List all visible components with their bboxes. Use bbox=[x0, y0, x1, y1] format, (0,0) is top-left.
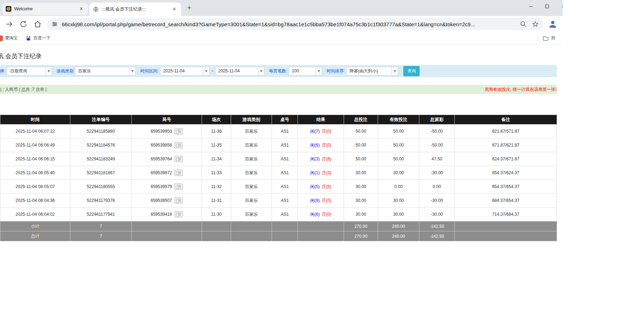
tab-close-icon[interactable]: ✕ bbox=[171, 6, 178, 12]
cell-game-type: 百家乐 bbox=[231, 180, 272, 194]
query-type-select[interactable]: 日期查询 bbox=[7, 67, 52, 76]
bet-record-row: 2025-11-04 06:07:22522941185880659539953… bbox=[0, 125, 557, 138]
round-video-cards-icon[interactable] bbox=[174, 211, 183, 218]
forward-icon[interactable] bbox=[5, 20, 13, 28]
cell-time: 2025-11-04 06:07:22 bbox=[0, 125, 70, 138]
home-icon[interactable] bbox=[33, 20, 42, 28]
game-type-select[interactable]: 百家乐 bbox=[75, 67, 136, 76]
empty-cell bbox=[231, 221, 272, 231]
cell-table-no: AS1 bbox=[272, 166, 298, 180]
col-total-bet: 总投注 bbox=[344, 115, 378, 125]
date-range-tilde: ~ bbox=[211, 68, 214, 73]
round-number: 659539419 bbox=[151, 212, 172, 217]
round-number: 659539579 bbox=[151, 184, 172, 189]
cell-table-no: AS1 bbox=[272, 208, 298, 221]
total-label: 总计 bbox=[0, 231, 70, 241]
bet-record-row: 2025-11-04 06:06:49522941184576659539858… bbox=[0, 138, 557, 152]
bookmark-favicon-icon bbox=[0, 35, 3, 41]
round-video-cards-icon[interactable] bbox=[174, 197, 183, 204]
url-bar[interactable]: 66cxkj98.com/ipl/portal.php/game/betreco… bbox=[47, 18, 543, 30]
cell-result: 闲(7)庄(0) bbox=[298, 125, 344, 138]
cell-bet-id: 522941180555 bbox=[70, 180, 132, 194]
cell-table-no: AS1 bbox=[272, 180, 298, 194]
minimize-button[interactable] bbox=[523, 1, 539, 12]
cell-remark: 654.37/624.37 bbox=[455, 166, 557, 180]
round-cell-inner: 659539507 bbox=[132, 197, 202, 204]
sort-order-select[interactable]: 降幂(由大到小) bbox=[346, 67, 398, 76]
cell-game-type: 百家乐 bbox=[231, 152, 272, 166]
cell-total-bet[interactable]: 30.00 bbox=[344, 180, 378, 194]
round-number: 659539764 bbox=[151, 156, 172, 161]
tab-bet-records[interactable]: :::视讯 会员下注纪录::: ✕ bbox=[89, 2, 181, 16]
cell-bet-id: 522941181867 bbox=[70, 166, 132, 180]
cell-result: 闲(6)庄(0) bbox=[298, 138, 344, 152]
round-video-cards-icon[interactable] bbox=[174, 170, 183, 176]
reload-icon[interactable] bbox=[19, 20, 28, 28]
col-time: 时间 bbox=[0, 115, 70, 125]
empty-cell bbox=[455, 231, 557, 241]
total-valid-bet: 240.00 bbox=[378, 231, 419, 241]
cell-total-bet[interactable]: 30.00 bbox=[344, 194, 378, 208]
cell-bet-id: 522941185880 bbox=[70, 125, 132, 138]
cell-bet-id: 522941183249 bbox=[70, 152, 132, 166]
cell-session: 11-30 bbox=[202, 208, 231, 221]
round-video-cards-icon[interactable] bbox=[174, 183, 183, 190]
close-button[interactable]: ✕ bbox=[555, 1, 563, 12]
result-banker: 庄(6) bbox=[322, 156, 332, 161]
table-body: 2025-11-04 06:07:22522941185880659539953… bbox=[0, 125, 557, 221]
profile-avatar-icon[interactable] bbox=[548, 19, 558, 29]
cell-game-type: 百家乐 bbox=[231, 166, 272, 180]
bet-record-row: 2025-11-04 06:04:36522941179376659539507… bbox=[0, 194, 557, 208]
url-text[interactable]: 66cxkj98.com/ipl/portal.php/game/betreco… bbox=[62, 21, 516, 27]
round-number: 659539953 bbox=[151, 129, 172, 134]
cell-total-bet[interactable]: 50.00 bbox=[344, 138, 378, 152]
cell-table-no: AS1 bbox=[272, 152, 298, 166]
site-settings-icon[interactable] bbox=[51, 21, 58, 28]
bookmark-baidu[interactable]: 百度一下 bbox=[26, 35, 50, 41]
cell-table-no: AS1 bbox=[272, 194, 298, 208]
tab-welcome[interactable]: Welcome ✕ bbox=[2, 3, 88, 15]
cell-session: 11-34 bbox=[202, 152, 231, 166]
search-button[interactable]: 查询 bbox=[403, 66, 420, 76]
subtotal-payout: -142.50 bbox=[419, 221, 455, 231]
bookmark-star-icon[interactable] bbox=[532, 21, 539, 28]
tab-close-icon[interactable]: ✕ bbox=[78, 6, 84, 12]
round-video-cards-icon[interactable] bbox=[174, 156, 183, 162]
date-from-select[interactable]: 2025-11-04 bbox=[160, 67, 210, 76]
date-to-select[interactable]: 2025-11-04 bbox=[215, 67, 265, 76]
page-size-select[interactable]: 100 bbox=[289, 67, 322, 76]
new-tab-button[interactable]: + bbox=[185, 4, 194, 13]
info-bar: | : 人民币 | 总共 :7 注单 | 周局有效投注, 统一计算在该局第一张注 bbox=[0, 85, 557, 94]
round-video-cards-icon[interactable] bbox=[174, 128, 183, 134]
subtotal-row: 小计 7 270.00 240.00 -142.50 bbox=[0, 221, 557, 231]
round-cell-inner: 659539419 bbox=[132, 211, 202, 218]
round-video-cards-icon[interactable] bbox=[174, 142, 183, 148]
bookmark-aitaobao[interactable]: 爱淘宝 bbox=[0, 35, 18, 41]
col-table-no: 桌号 bbox=[272, 115, 298, 125]
col-session: 场次 bbox=[202, 115, 231, 125]
maximize-button[interactable] bbox=[539, 1, 555, 12]
result-banker: 庄(0) bbox=[322, 143, 332, 148]
cell-valid-bet: 0.00 bbox=[378, 180, 419, 194]
cell-round: 659539672 bbox=[132, 166, 202, 180]
cell-total-bet[interactable]: 30.00 bbox=[344, 208, 378, 221]
zoom-icon[interactable] bbox=[520, 21, 527, 28]
all-bookmarks-label[interactable]: 所 bbox=[551, 35, 557, 41]
empty-cell bbox=[202, 231, 231, 241]
tab-title: :::视讯 会员下注纪录::: bbox=[102, 6, 168, 12]
result-banker: 庄(0) bbox=[322, 212, 332, 217]
cell-total-bet[interactable]: 30.00 bbox=[344, 166, 378, 180]
cell-valid-bet: 50.00 bbox=[378, 125, 419, 138]
cell-payout: -50.00 bbox=[419, 125, 455, 138]
cell-total-bet[interactable]: 50.00 bbox=[344, 125, 378, 138]
bookmark-label: 爱淘宝 bbox=[5, 35, 18, 41]
col-valid-bet: 有效投注 bbox=[378, 115, 419, 125]
globe-icon bbox=[93, 6, 99, 12]
cell-table-no: AS1 bbox=[272, 138, 298, 152]
cell-remark: 654.37/654.37 bbox=[455, 180, 557, 194]
all-bookmarks-folder-icon[interactable] bbox=[542, 35, 549, 42]
result-player: 闲(3) bbox=[310, 156, 320, 161]
round-cell-inner: 659539764 bbox=[132, 156, 202, 162]
cell-total-bet[interactable]: 50.00 bbox=[344, 152, 378, 166]
total-payout: -142.50 bbox=[419, 231, 455, 241]
